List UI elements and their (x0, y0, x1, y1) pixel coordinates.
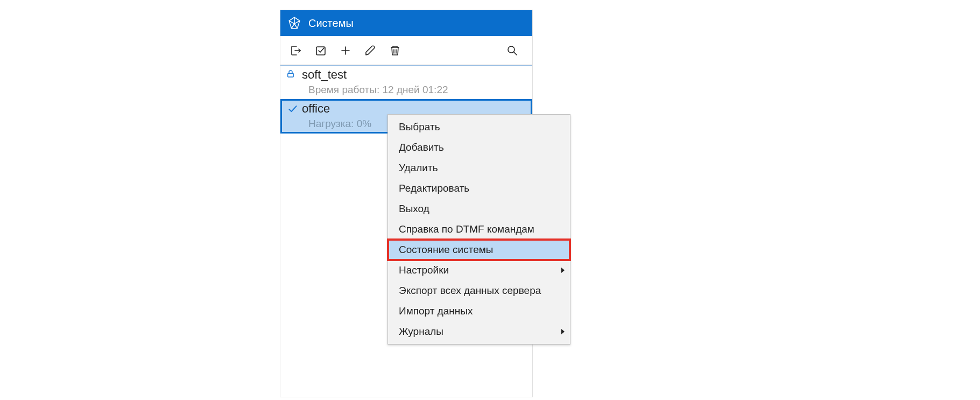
ctx-label: Настройки (399, 264, 449, 276)
item-status: Время работы: 12 дней 01:22 (308, 84, 528, 96)
ctx-label: Импорт данных (399, 305, 473, 317)
ctx-label: Справка по DTMF командам (399, 223, 534, 235)
context-menu: Выбрать Добавить Удалить Редактировать В… (387, 114, 570, 345)
ctx-logs[interactable]: Журналы (389, 321, 569, 342)
add-button[interactable] (335, 40, 356, 61)
ctx-exit[interactable]: Выход (389, 199, 569, 219)
delete-button[interactable] (385, 40, 405, 61)
svg-point-1 (508, 46, 514, 53)
ctx-label: Выход (399, 203, 429, 214)
ctx-import[interactable]: Импорт данных (389, 301, 569, 321)
ctx-label: Экспорт всех данных сервера (399, 285, 541, 296)
submenu-arrow-icon (561, 268, 565, 273)
ctx-label: Редактировать (399, 183, 469, 194)
ctx-delete[interactable]: Удалить (389, 158, 569, 178)
toolbar (280, 36, 532, 65)
ctx-select[interactable]: Выбрать (389, 117, 569, 137)
ctx-settings[interactable]: Настройки (389, 260, 569, 280)
ctx-label: Состояние системы (399, 244, 493, 255)
item-name: soft_test (302, 67, 528, 83)
ctx-export-all[interactable]: Экспорт всех данных сервера (389, 280, 569, 301)
svg-rect-2 (288, 73, 294, 77)
ctx-edit[interactable]: Редактировать (389, 178, 569, 199)
list-item[interactable]: soft_test Время работы: 12 дней 01:22 (280, 65, 532, 99)
exit-button[interactable] (286, 40, 306, 61)
select-button[interactable] (311, 40, 331, 61)
ctx-label: Выбрать (399, 121, 440, 132)
ctx-label: Добавить (399, 142, 444, 153)
edit-button[interactable] (360, 40, 380, 61)
submenu-arrow-icon (561, 329, 565, 334)
panel-title-text: Системы (308, 17, 354, 30)
search-button[interactable] (502, 40, 523, 61)
ctx-system-state[interactable]: Состояние системы (389, 240, 569, 260)
ctx-label: Журналы (399, 326, 443, 337)
check-icon (287, 104, 298, 115)
lock-icon (286, 69, 297, 80)
panel-titlebar: Системы (280, 10, 532, 36)
ctx-add[interactable]: Добавить (389, 137, 569, 158)
ctx-dtmf-help[interactable]: Справка по DTMF командам (389, 219, 569, 240)
systems-icon (287, 16, 302, 31)
ctx-label: Удалить (399, 162, 438, 173)
